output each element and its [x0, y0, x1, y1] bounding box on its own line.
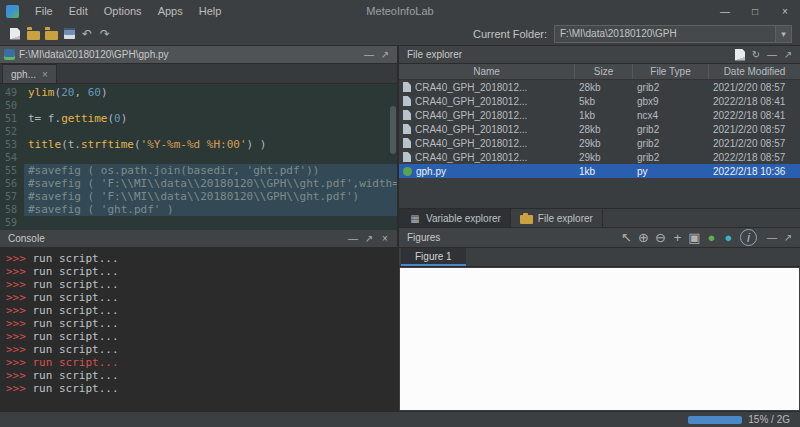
current-folder-label: Current Folder: [473, 28, 547, 40]
menu-options[interactable]: Options [96, 2, 150, 20]
cell-file-type: grib2 [633, 138, 709, 149]
editor-scrollbar[interactable] [389, 84, 397, 230]
line-number: 56 [0, 178, 24, 189]
grib-file-icon [403, 152, 411, 162]
select-arrow-icon[interactable]: ↖ [618, 229, 635, 246]
pan-icon[interactable]: + [669, 229, 686, 246]
cell-name: gph.py [399, 166, 575, 177]
cell-size: 5kb [575, 96, 633, 107]
save-icon[interactable] [60, 25, 78, 43]
left-column: F:\MI\data\20180120\GPH\gph.py —↗ gph...… [0, 46, 399, 411]
file-explorer-title: File explorer [403, 49, 466, 60]
console-prompt: >>> [6, 343, 26, 356]
table-row[interactable]: CRA40_GPH_2018012...28kbgrib22021/2/20 0… [399, 122, 800, 136]
zoom-out-icon[interactable]: ⊖ [652, 229, 669, 246]
console-output[interactable]: >>> run script...>>> run script...>>> ru… [0, 248, 397, 411]
table-row[interactable]: CRA40_GPH_2018012...29kbgrib22021/2/20 0… [399, 136, 800, 150]
column-header-name[interactable]: Name [399, 64, 575, 79]
column-header-file-type[interactable]: File Type [633, 64, 709, 79]
refresh-icon[interactable]: ↻ [748, 47, 764, 63]
close-tab-icon[interactable]: × [42, 69, 48, 80]
column-header-size[interactable]: Size [575, 64, 633, 79]
console-panel-controls: —↗× [345, 231, 393, 247]
figures-toolbar: ↖⊕⊖+▣●●i [618, 229, 760, 246]
memory-text: 15% / 2G [748, 414, 790, 425]
current-folder-value: F:\MI\data\20180120\GPH [555, 28, 775, 39]
float-panel-icon[interactable]: ↗ [780, 230, 796, 246]
console-prompt: >>> [6, 252, 26, 265]
minimize-panel-icon[interactable]: — [764, 47, 780, 63]
float-panel-icon[interactable]: ↗ [780, 47, 796, 63]
menu-help[interactable]: Help [191, 2, 230, 20]
console-text: run script... [26, 356, 119, 369]
table-row[interactable]: gph.py1kbpy2022/2/18 10:36 [399, 164, 800, 178]
file-explorer-header: File explorer ↻—↗ [399, 46, 800, 64]
undo-icon[interactable]: ↶ [78, 25, 96, 43]
menu-apps[interactable]: Apps [150, 2, 191, 20]
menu-file[interactable]: File [27, 2, 61, 20]
identify-icon[interactable]: i [740, 229, 757, 246]
full-extent-icon[interactable]: ▣ [686, 229, 703, 246]
current-folder-box: Current Folder: F:\MI\data\20180120\GPH … [473, 25, 792, 43]
figure-canvas[interactable] [400, 268, 799, 410]
console-text: run script... [26, 291, 119, 304]
code-line: 55#savefig ( os.path.join(basedir, 'ght.… [0, 164, 397, 177]
cell-date-modified: 2021/2/20 08:57 [709, 82, 800, 93]
table-row[interactable]: CRA40_GPH_2018012...28kbgrib22021/2/20 0… [399, 80, 800, 94]
zoom-in-icon[interactable]: ⊕ [635, 229, 652, 246]
minimize-panel-icon[interactable]: — [764, 230, 780, 246]
close-window-icon[interactable]: × [770, 0, 800, 22]
table-row[interactable]: CRA40_GPH_2018012...1kbncx42022/2/18 08:… [399, 108, 800, 122]
tab-gph[interactable]: gph... × [2, 64, 57, 83]
dropdown-arrow-icon[interactable]: ▾ [775, 26, 791, 42]
tab-variable-explorer[interactable]: ▦Variable explorer [399, 209, 511, 227]
open-file-icon[interactable] [24, 25, 42, 43]
current-folder-combobox[interactable]: F:\MI\data\20180120\GPH ▾ [554, 25, 792, 43]
scrollbar-thumb[interactable] [390, 106, 396, 154]
minimize-panel-icon[interactable]: — [361, 47, 377, 63]
cell-date-modified: 2022/2/18 08:41 [709, 110, 800, 121]
cell-date-modified: 2022/2/18 08:57 [709, 152, 800, 163]
open-project-icon[interactable] [42, 25, 60, 43]
redo-icon[interactable]: ↷ [96, 25, 114, 43]
code-line: 58#savefig ( 'ght.pdf' ) [0, 203, 397, 216]
cell-size: 29kb [575, 152, 633, 163]
console-line: >>> run script... [6, 343, 391, 356]
tab-file-explorer[interactable]: File explorer [511, 209, 603, 227]
tab-figure-1[interactable]: Figure 1 [401, 248, 466, 266]
code-text: #savefig ( 'F:\\MI\\data\\20180120\\GPH\… [24, 190, 397, 203]
cell-file-type: grib2 [633, 124, 709, 135]
minimize-window-icon[interactable]: — [710, 0, 740, 22]
console-input-line[interactable]: >>> [6, 395, 391, 408]
cell-name: CRA40_GPH_2018012... [399, 110, 575, 121]
rotate-icon[interactable]: ● [720, 229, 737, 246]
new-script-icon[interactable] [6, 25, 24, 43]
cell-file-type: grib2 [633, 152, 709, 163]
console-text: run script... [26, 304, 119, 317]
console-text: run script... [26, 369, 119, 382]
menu-edit[interactable]: Edit [61, 2, 96, 20]
console-text: run script... [26, 278, 119, 291]
code-text: ylim(20, 60) [24, 86, 397, 99]
table-row[interactable]: CRA40_GPH_2018012...5kbgbx92022/2/18 08:… [399, 94, 800, 108]
console-prompt: >>> [6, 304, 26, 317]
figure-tab-label: Figure 1 [415, 251, 452, 262]
draw-point-icon[interactable]: ● [703, 229, 720, 246]
code-editor[interactable]: 49ylim(20, 60)5051t= f.gettime(0)5253tit… [0, 84, 397, 230]
close-panel-icon[interactable]: × [377, 231, 393, 247]
cell-date-modified: 2022/2/18 08:41 [709, 96, 800, 107]
locate-file-icon[interactable] [732, 47, 748, 63]
minimize-panel-icon[interactable]: — [345, 231, 361, 247]
memory-progress-bar [688, 416, 742, 424]
figures-panel: Figures ↖⊕⊖+▣●●i —↗ Figure 1 [399, 228, 800, 411]
table-row[interactable]: CRA40_GPH_2018012...29kbgrib22022/2/18 0… [399, 150, 800, 164]
code-line: 50 [0, 99, 397, 112]
cell-name: CRA40_GPH_2018012... [399, 82, 575, 93]
float-panel-icon[interactable]: ↗ [377, 47, 393, 63]
maximize-window-icon[interactable]: □ [740, 0, 770, 22]
column-header-date-modified[interactable]: Date Modified [709, 64, 800, 79]
window-controls: —□× [710, 0, 800, 22]
console-prompt: >>> [6, 278, 26, 291]
float-panel-icon[interactable]: ↗ [361, 231, 377, 247]
code-line: 54 [0, 151, 397, 164]
